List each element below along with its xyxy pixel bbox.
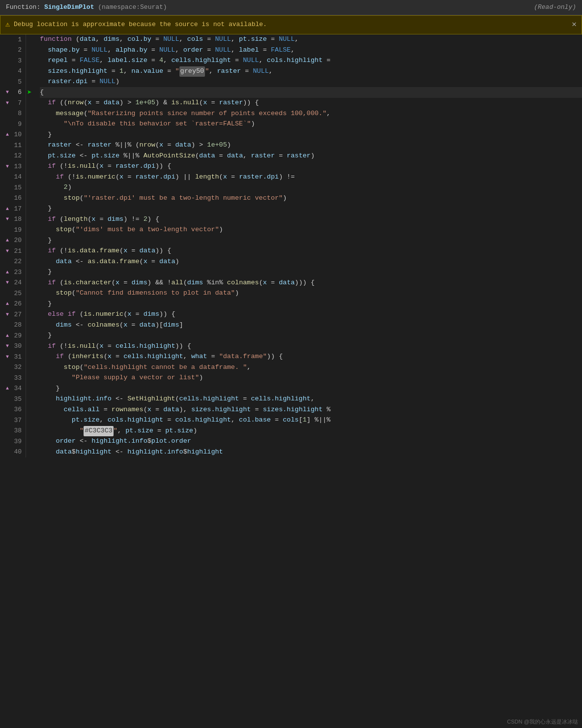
line-number-15: 15 bbox=[4, 182, 22, 193]
code-line-12: pt.size <- pt.size %||% AutoPointSize(da… bbox=[40, 151, 582, 161]
line-number-21: ▼ 21 bbox=[4, 246, 22, 257]
line-number-19: 19 bbox=[4, 225, 22, 236]
line-number-16: 16 bbox=[4, 193, 22, 204]
code-line-29: } bbox=[40, 331, 582, 341]
line-number-11: 11 bbox=[4, 140, 22, 151]
line-number-1: 1 bbox=[4, 34, 22, 45]
line-number-5: 5 bbox=[4, 77, 22, 88]
code-area: 1 2 3 4 5 ▼ 6 ▼ 7 bbox=[0, 34, 582, 457]
line-number-37: 37 bbox=[4, 415, 22, 426]
code-line-34: } bbox=[40, 383, 582, 394]
code-line-39: order <- highlight.info$plot.order bbox=[40, 436, 582, 447]
code-line-13: if (!is.null(x = raster.dpi)) { bbox=[40, 161, 582, 172]
line-number-27: ▼ 27 bbox=[4, 309, 22, 320]
code-line-40: data$highlight <- highlight.info$highlig… bbox=[40, 447, 582, 457]
code-line-27: else if (is.numeric(x = dims)) { bbox=[40, 309, 582, 320]
code-line-37: pt.size, cols.highlight = cols.highlight… bbox=[40, 415, 582, 426]
code-line-15: 2) bbox=[40, 182, 582, 193]
line-number-2: 2 bbox=[4, 45, 22, 56]
code-line-22: data <- as.data.frame(x = data) bbox=[40, 256, 582, 267]
warning-close-icon[interactable]: ✕ bbox=[572, 19, 577, 31]
line-number-40: 40 bbox=[4, 447, 22, 457]
line-number-17: ▲ 17 bbox=[4, 204, 22, 214]
code-line-4: sizes.highlight = 1, na.value = "grey50"… bbox=[40, 66, 582, 77]
code-line-31: if (inherits(x = cells.highlight, what =… bbox=[40, 352, 582, 363]
code-line-16: stop("'raster.dpi' must be a two-length … bbox=[40, 193, 582, 204]
warning-text: Debug location is approximate because th… bbox=[14, 20, 267, 30]
line-number-26: ▲ 26 bbox=[4, 299, 22, 309]
line-number-39: 39 bbox=[4, 436, 22, 447]
line-number-23: ▲ 23 bbox=[4, 267, 22, 278]
code-line-35: highlight.info <- SetHighlight(cells.hig… bbox=[40, 394, 582, 405]
line-number-4: 4 bbox=[4, 66, 22, 77]
code-line-38: "#C3C3C3", pt.size = pt.size) bbox=[40, 425, 582, 436]
warning-bar: ⚠ Debug location is approximate because … bbox=[0, 15, 582, 34]
fold-arrow-1[interactable] bbox=[4, 36, 11, 44]
code-line-10: } bbox=[40, 129, 582, 140]
line-number-28: 28 bbox=[4, 320, 22, 331]
code-line-6: { bbox=[40, 87, 582, 98]
header-title: Function: SingleDimPlot (namespace:Seura… bbox=[6, 2, 167, 12]
code-line-36: cells.all = rownames(x = data), sizes.hi… bbox=[40, 404, 582, 415]
readonly-label: (Read-only) bbox=[534, 2, 576, 12]
code-line-17: } bbox=[40, 204, 582, 214]
line-number-20: ▲ 20 bbox=[4, 235, 22, 246]
code-line-11: raster <- raster %||% (nrow(x = data) > … bbox=[40, 140, 582, 151]
code-line-25: stop("Cannot find dimensions to plot in … bbox=[40, 288, 582, 299]
code-line-20: } bbox=[40, 235, 582, 246]
line-number-13: ▼ 13 bbox=[4, 161, 22, 172]
line-number-34: ▲ 34 bbox=[4, 383, 22, 394]
code-line-1: function (data, dims, col.by = NULL, col… bbox=[40, 34, 582, 45]
line-number-30: ▼ 30 bbox=[4, 341, 22, 352]
line-numbers-panel: 1 2 3 4 5 ▼ 6 ▼ 7 bbox=[0, 34, 26, 457]
code-line-24: if (is.character(x = dims) && !all(dims … bbox=[40, 277, 582, 288]
line-number-32: 32 bbox=[4, 362, 22, 373]
line-number-22: 22 bbox=[4, 256, 22, 267]
line-number-3: 3 bbox=[4, 56, 22, 66]
line-number-29: ▲ 29 bbox=[4, 331, 22, 341]
code-line-23: } bbox=[40, 267, 582, 278]
code-line-14: if (!is.numeric(x = raster.dpi) || lengt… bbox=[40, 172, 582, 182]
line-number-36: 36 bbox=[4, 404, 22, 415]
line-number-8: 8 bbox=[4, 108, 22, 119]
line-number-7: ▼ 7 bbox=[4, 98, 22, 109]
code-line-2: shape.by = NULL, alpha.by = NULL, order … bbox=[40, 45, 582, 56]
code-line-30: if (!is.null(x = cells.highlight)) { bbox=[40, 341, 582, 352]
line-number-12: 12 bbox=[4, 151, 22, 161]
code-line-19: stop("'dims' must be a two-length vector… bbox=[40, 225, 582, 236]
code-line-26: } bbox=[40, 299, 582, 309]
code-line-3: repel = FALSE, label.size = 4, cells.hig… bbox=[40, 56, 582, 66]
line-number-38: 38 bbox=[4, 425, 22, 436]
line-number-18: ▼ 18 bbox=[4, 214, 22, 225]
line-number-35: 35 bbox=[4, 394, 22, 405]
line-number-31: ▼ 31 bbox=[4, 352, 22, 363]
code-line-21: if (!is.data.frame(x = data)) { bbox=[40, 246, 582, 257]
line-number-25: 25 bbox=[4, 288, 22, 299]
line-number-33: 33 bbox=[4, 373, 22, 384]
code-line-9: "\nTo disable this behavior set `raster=… bbox=[40, 119, 582, 130]
code-line-28: dims <- colnames(x = data)[dims] bbox=[40, 320, 582, 331]
code-line-18: if (length(x = dims) != 2) { bbox=[40, 214, 582, 225]
code-line-7: if ((nrow(x = data) > 1e+05) & is.null(x… bbox=[40, 98, 582, 109]
code-line-5: raster.dpi = NULL) bbox=[40, 77, 582, 88]
header-bar: Function: SingleDimPlot (namespace:Seura… bbox=[0, 0, 582, 15]
code-line-8: message("Rasterizing points since number… bbox=[40, 108, 582, 119]
line-number-6: ▼ 6 bbox=[4, 87, 22, 98]
code-lines: function (data, dims, col.by = NULL, col… bbox=[36, 34, 582, 457]
code-line-33: "Please supply a vector or list") bbox=[40, 373, 582, 384]
line-number-24: ▼ 24 bbox=[4, 277, 22, 288]
warning-icon: ⚠ bbox=[5, 19, 10, 30]
debug-arrow-icon: ➤ bbox=[27, 87, 32, 99]
line-number-14: 14 bbox=[4, 172, 22, 182]
debug-gutter: ➤ bbox=[26, 34, 36, 457]
line-number-10: ▲ 10 bbox=[4, 129, 22, 140]
line-number-9: 9 bbox=[4, 119, 22, 130]
code-line-32: stop("cells.highlight cannot be a datafr… bbox=[40, 362, 582, 373]
